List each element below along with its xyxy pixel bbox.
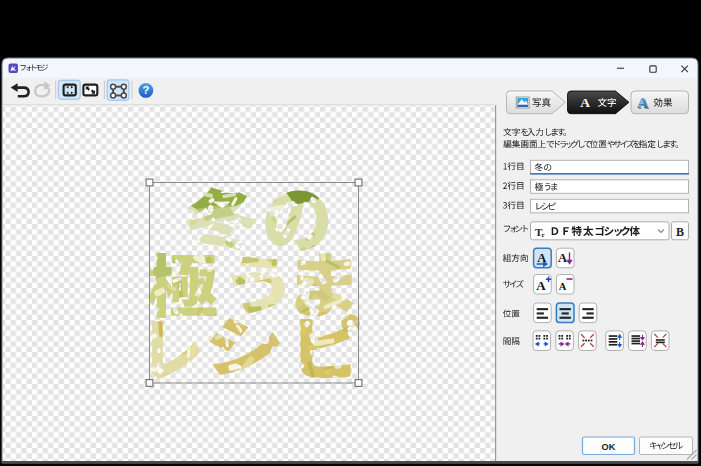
svg-text:A: A bbox=[637, 95, 648, 111]
svg-text:OK: OK bbox=[602, 442, 616, 452]
svg-text:A: A bbox=[536, 278, 546, 293]
svg-text:A: A bbox=[558, 251, 567, 265]
svg-text:A: A bbox=[580, 95, 590, 110]
svg-text:r: r bbox=[542, 231, 545, 239]
svg-text:?: ? bbox=[143, 84, 150, 96]
svg-text:A: A bbox=[559, 281, 567, 292]
svg-text:B: B bbox=[676, 225, 684, 239]
